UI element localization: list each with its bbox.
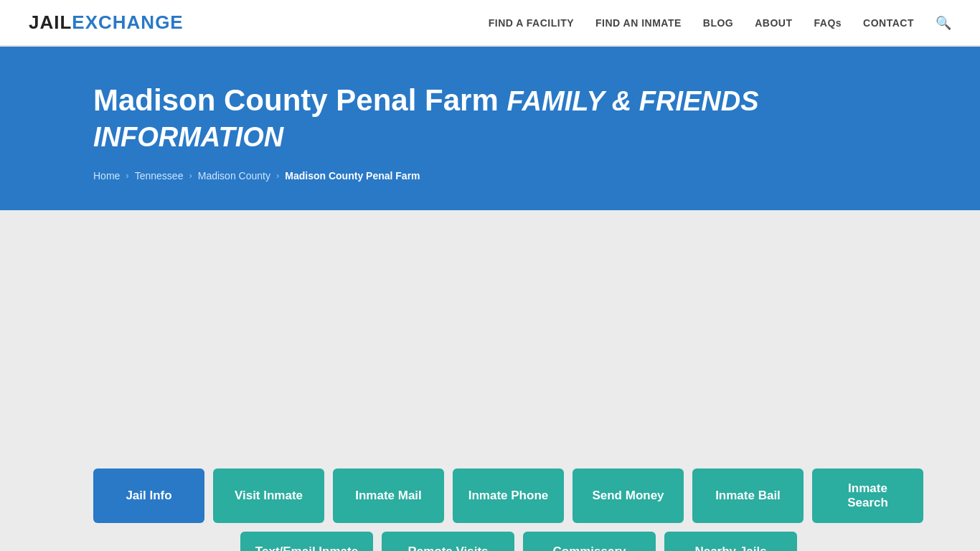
send-money-btn[interactable]: Send Money (573, 468, 684, 523)
nav-blog[interactable]: BLOG (703, 17, 733, 29)
nav-faqs[interactable]: FAQs (814, 17, 842, 29)
site-logo[interactable]: JAIL EXCHANGE (29, 11, 184, 34)
navigation-buttons-section: Jail Info Visit Inmate Inmate Mail Inmat… (0, 454, 980, 551)
jail-info-btn[interactable]: Jail Info (93, 468, 204, 523)
nav-about[interactable]: ABOUT (755, 17, 792, 29)
nav-find-inmate[interactable]: FIND AN INMATE (595, 17, 682, 29)
nav-find-facility[interactable]: FIND A FACILITY (489, 17, 574, 29)
breadcrumb-tennessee[interactable]: Tennessee (135, 170, 184, 182)
breadcrumb-sep-1: › (126, 170, 128, 181)
page-title: Madison County Penal Farm FAMILY & FRIEN… (93, 83, 887, 154)
breadcrumb: Home › Tennessee › Madison County › Madi… (93, 170, 887, 182)
inmate-bail-btn[interactable]: Inmate Bail (692, 468, 804, 523)
site-header: JAIL EXCHANGE FIND A FACILITY FIND AN IN… (0, 0, 980, 47)
inmate-mail-btn[interactable]: Inmate Mail (333, 468, 444, 523)
breadcrumb-madison-county[interactable]: Madison County (198, 170, 270, 182)
remote-visits-btn[interactable]: Remote Visits (382, 532, 514, 551)
inmate-search-btn[interactable]: Inmate Search (812, 468, 923, 523)
nearby-jails-btn[interactable]: Nearby Jails (664, 532, 797, 551)
hero-banner: Madison County Penal Farm FAMILY & FRIEN… (0, 47, 980, 210)
breadcrumb-sep-2: › (189, 170, 192, 181)
logo-jail-text: JAIL (29, 11, 72, 34)
main-content-area (0, 210, 980, 454)
buttons-row-2: Text/Email Inmate Remote Visits Commissa… (93, 532, 887, 551)
nav-contact[interactable]: CONTACT (863, 17, 914, 29)
logo-exchange-text: EXCHANGE (72, 11, 183, 34)
breadcrumb-sep-3: › (276, 170, 279, 181)
breadcrumb-home[interactable]: Home (93, 170, 120, 182)
text-email-inmate-btn[interactable]: Text/Email Inmate (240, 532, 373, 551)
main-nav: FIND A FACILITY FIND AN INMATE BLOG ABOU… (489, 15, 951, 31)
buttons-row-1: Jail Info Visit Inmate Inmate Mail Inmat… (93, 468, 887, 523)
commissary-btn[interactable]: Commissary (523, 532, 656, 551)
visit-inmate-btn[interactable]: Visit Inmate (213, 468, 324, 523)
breadcrumb-current: Madison County Penal Farm (285, 170, 420, 182)
search-icon[interactable]: 🔍 (936, 15, 951, 31)
inmate-phone-btn[interactable]: Inmate Phone (453, 468, 564, 523)
